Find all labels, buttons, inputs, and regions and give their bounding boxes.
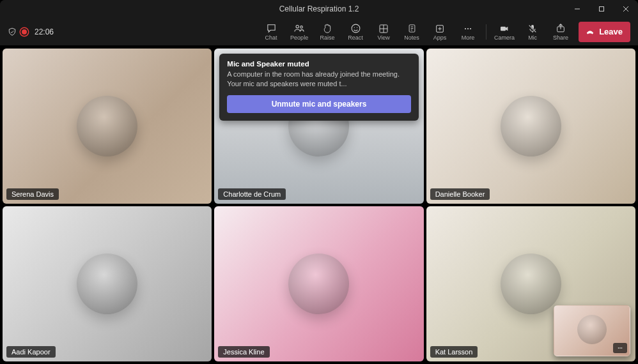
mic-button[interactable]: Mic xyxy=(518,19,547,45)
participant-tile[interactable]: Aadi Kapoor xyxy=(3,206,212,361)
shield-icon xyxy=(8,27,17,36)
participant-tile[interactable]: Mic and Speaker muted A computer in the … xyxy=(214,49,423,204)
unmute-button[interactable]: Unmute mic and speakers xyxy=(227,95,410,113)
video-placeholder xyxy=(3,49,212,204)
leave-button[interactable]: Leave xyxy=(579,22,630,42)
hangup-icon xyxy=(585,27,595,36)
svg-point-5 xyxy=(357,27,357,27)
share-icon xyxy=(556,23,566,34)
self-view-more-button[interactable] xyxy=(613,343,627,353)
apps-button[interactable]: Apps xyxy=(426,19,454,45)
toolbar-separator xyxy=(486,24,486,40)
chat-icon xyxy=(266,23,277,34)
participant-tile[interactable]: Jessica Kline xyxy=(214,206,423,361)
camera-button[interactable]: Camera xyxy=(490,19,518,45)
more-button[interactable]: More xyxy=(454,19,482,45)
titlebar: Cellular Respiration 1.2 xyxy=(0,0,638,18)
toast-title: Mic and Speaker muted xyxy=(227,60,410,68)
svg-point-11 xyxy=(470,27,471,29)
meeting-timer: 22:06 xyxy=(35,27,54,36)
minimize-button[interactable] xyxy=(565,0,589,18)
participant-grid: Serena Davis Mic and Speaker muted A com… xyxy=(0,46,638,364)
participant-name: Aadi Kapoor xyxy=(6,346,56,358)
chat-button[interactable]: Chat xyxy=(257,19,285,45)
minimize-icon xyxy=(574,6,580,12)
video-placeholder xyxy=(3,206,212,361)
people-icon xyxy=(293,23,305,34)
people-button[interactable]: People xyxy=(285,19,313,45)
leave-label: Leave xyxy=(599,27,623,36)
toolbar-actions: Chat People Raise React xyxy=(257,19,630,45)
close-icon xyxy=(623,6,629,12)
close-button[interactable] xyxy=(614,0,638,18)
participant-tile[interactable]: Serena Davis xyxy=(3,49,212,204)
participant-tile[interactable]: Danielle Booker xyxy=(426,49,635,204)
svg-point-4 xyxy=(354,27,354,27)
participant-name: Kat Larsson xyxy=(430,346,478,358)
svg-point-10 xyxy=(467,27,469,29)
window-controls xyxy=(565,0,638,18)
svg-point-2 xyxy=(300,26,303,29)
recording-indicators xyxy=(8,27,28,36)
svg-point-15 xyxy=(618,347,619,349)
participant-name: Danielle Booker xyxy=(430,188,490,200)
notes-button[interactable]: Notes xyxy=(398,19,426,45)
meeting-toolbar: 22:06 Chat People Raise xyxy=(0,18,638,46)
participant-name: Serena Davis xyxy=(6,188,59,200)
meeting-window: Cellular Respiration 1.2 22: xyxy=(0,0,638,364)
svg-point-9 xyxy=(465,27,466,29)
participant-name: Charlotte de Crum xyxy=(218,188,286,200)
svg-rect-12 xyxy=(501,26,506,31)
grid-icon xyxy=(378,23,389,34)
maximize-icon xyxy=(598,6,605,12)
react-button[interactable]: React xyxy=(341,19,370,45)
window-title: Cellular Respiration 1.2 xyxy=(279,4,359,13)
share-button[interactable]: Share xyxy=(547,19,575,45)
participant-name: Jessica Kline xyxy=(218,346,269,358)
toolbar-status: 22:06 xyxy=(8,27,54,36)
self-view[interactable] xyxy=(554,305,630,356)
record-icon xyxy=(20,28,28,36)
mic-muted-icon xyxy=(527,23,538,34)
apps-icon xyxy=(435,23,445,34)
toast-body: A computer in the room has already joine… xyxy=(227,70,410,89)
maximize-button[interactable] xyxy=(589,0,614,18)
participant-tile[interactable]: Kat Larsson xyxy=(426,206,635,361)
more-icon xyxy=(616,345,624,351)
svg-point-3 xyxy=(352,24,360,33)
svg-point-17 xyxy=(621,347,623,349)
svg-point-1 xyxy=(296,26,299,28)
mute-notification: Mic and Speaker muted A computer in the … xyxy=(219,54,418,121)
video-placeholder xyxy=(214,206,423,361)
smile-icon xyxy=(350,23,361,34)
raise-hand-button[interactable]: Raise xyxy=(313,19,341,45)
svg-rect-0 xyxy=(600,7,604,11)
svg-point-16 xyxy=(619,347,621,349)
view-button[interactable]: View xyxy=(370,19,398,45)
video-placeholder xyxy=(426,49,635,204)
raise-hand-icon xyxy=(322,23,332,34)
notes-icon xyxy=(407,23,417,34)
camera-icon xyxy=(499,23,510,34)
more-icon xyxy=(462,23,474,34)
self-avatar xyxy=(577,315,607,344)
